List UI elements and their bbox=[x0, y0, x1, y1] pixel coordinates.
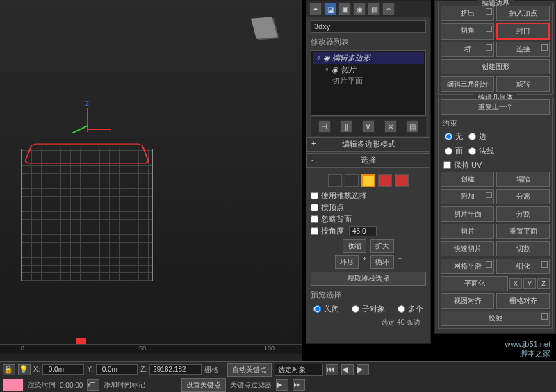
get-stack-button[interactable]: 获取堆栈选择 bbox=[311, 272, 426, 286]
constrain-none-radio[interactable]: 无 bbox=[445, 131, 463, 142]
planar-button[interactable]: 平面化 bbox=[441, 276, 508, 291]
y-coord-field[interactable]: -0.0m bbox=[96, 364, 138, 375]
modifier-toolbar: ⊣ ∥ ∀ ✕ ▤ bbox=[311, 117, 426, 136]
ignore-backface-checkbox[interactable]: 忽略背面 bbox=[311, 213, 426, 225]
utilities-tab-icon[interactable]: ✧ bbox=[382, 3, 395, 15]
use-stack-checkbox[interactable]: 使用堆栈选择 bbox=[311, 190, 426, 202]
attach-button[interactable]: 附加 bbox=[441, 189, 494, 204]
quick-slice-button[interactable]: 快速切片 bbox=[441, 241, 494, 256]
view-align-button[interactable]: 视图对齐 bbox=[441, 293, 494, 309]
modifier-item[interactable]: ♀ ◉ 切片 bbox=[313, 64, 424, 76]
polygon-mode-icon[interactable] bbox=[378, 174, 392, 187]
remove-modifier-icon[interactable]: ✕ bbox=[384, 120, 397, 133]
prev-frame-icon[interactable]: ◀ bbox=[341, 364, 354, 375]
setkey-button[interactable]: 设置关键点 bbox=[181, 378, 226, 392]
selected-object[interactable] bbox=[21, 136, 160, 288]
preserve-uv-checkbox[interactable]: 保持 UV bbox=[441, 158, 550, 172]
rollout-selection[interactable]: 选择 bbox=[306, 153, 430, 168]
reset-plane-button[interactable]: 重置平面 bbox=[496, 224, 550, 239]
collapse-button[interactable]: 塌陷 bbox=[496, 172, 550, 187]
key-icon[interactable]: 💡 bbox=[18, 364, 31, 375]
modifier-item[interactable]: ♀ ◉ 编辑多边形 bbox=[313, 52, 424, 64]
x-coord-field[interactable]: -0.0m bbox=[42, 364, 84, 375]
goto-start-icon[interactable]: ⏮ bbox=[326, 364, 338, 375]
edit-tri-button[interactable]: 编辑三角剖分 bbox=[441, 76, 494, 92]
connect-button[interactable]: 连接 bbox=[496, 42, 550, 57]
insert-vertex-button[interactable]: 插入顶点 bbox=[496, 6, 550, 21]
angle-spinner[interactable]: 45.0 bbox=[349, 226, 377, 236]
relax-button[interactable]: 松弛 bbox=[441, 311, 550, 326]
constrain-face-radio[interactable]: 面 bbox=[445, 145, 463, 157]
preview-label: 预览选择 bbox=[311, 288, 426, 302]
slice-plane-button[interactable]: 切片平面 bbox=[441, 206, 494, 222]
lock-icon[interactable]: 🔒 bbox=[3, 364, 15, 375]
viewport-3d[interactable] bbox=[0, 0, 302, 344]
msmooth-button[interactable]: 网格平滑 bbox=[441, 259, 494, 274]
create-button[interactable]: 创建 bbox=[441, 172, 494, 187]
slice-button[interactable]: 切片 bbox=[441, 224, 494, 239]
grow-button[interactable]: 扩大 bbox=[370, 239, 394, 253]
planar-z-button[interactable]: Z bbox=[537, 278, 550, 289]
split-button[interactable]: 分割 bbox=[496, 206, 550, 222]
repeat-last-button[interactable]: 重复上一个 bbox=[441, 99, 550, 115]
edit-border-section: 编辑边界 挤出 插入顶点 切角 封口 桥 连接 创建图形 编辑三角剖分 旋转 bbox=[438, 3, 553, 95]
cut-button[interactable]: 切割 bbox=[496, 241, 550, 256]
motion-tab-icon[interactable]: ◉ bbox=[353, 3, 366, 15]
edit-commands-panel: 编辑边界 挤出 插入顶点 切角 封口 桥 连接 创建图形 编辑三角剖分 旋转 编… bbox=[434, 0, 556, 334]
display-tab-icon[interactable]: ▤ bbox=[368, 3, 380, 15]
preview-sub-radio[interactable]: 子对象 bbox=[352, 303, 385, 315]
hierarchy-tab-icon[interactable]: ▣ bbox=[338, 3, 351, 15]
z-coord-field[interactable]: 29162.182 bbox=[149, 364, 202, 375]
vertex-mode-icon[interactable] bbox=[328, 174, 342, 187]
rotate-button[interactable]: 旋转 bbox=[496, 76, 550, 92]
z-label: Z: bbox=[140, 366, 147, 373]
goto-end-icon[interactable]: ⏭ bbox=[293, 379, 305, 391]
show-result-icon[interactable]: ∥ bbox=[340, 120, 352, 133]
edge-mode-icon[interactable] bbox=[345, 174, 359, 187]
tag-icon[interactable]: 🏷 bbox=[87, 379, 99, 391]
loop-button[interactable]: 循环 bbox=[370, 255, 394, 269]
planar-y-button[interactable]: Y bbox=[523, 278, 536, 289]
modifier-list-label[interactable]: 修改器列表 bbox=[306, 35, 430, 49]
timeline[interactable]: 0 50 100 bbox=[0, 344, 302, 361]
play-icon[interactable]: ▶ bbox=[357, 364, 369, 375]
make-unique-icon[interactable]: ∀ bbox=[362, 120, 375, 133]
pin-stack-icon[interactable]: ⊣ bbox=[318, 120, 331, 133]
cap-button[interactable]: 封口 bbox=[496, 23, 550, 40]
next-frame-icon[interactable]: ▶ bbox=[276, 379, 288, 391]
planar-x-button[interactable]: X bbox=[509, 278, 522, 289]
constrain-normal-radio[interactable]: 法线 bbox=[468, 145, 494, 157]
modifier-name: 切片 bbox=[341, 65, 356, 74]
watermark-url: www.jb51.net bbox=[505, 340, 550, 348]
extrude-button[interactable]: 挤出 bbox=[441, 6, 494, 21]
detach-button[interactable]: 分离 bbox=[496, 189, 550, 204]
modifier-subitem[interactable]: 切片平面 bbox=[313, 76, 424, 86]
modifier-stack[interactable]: ♀ ◉ 编辑多边形 ♀ ◉ 切片 切片平面 bbox=[311, 50, 426, 116]
add-tag-label[interactable]: 添加时间标记 bbox=[104, 380, 145, 390]
create-shape-button[interactable]: 创建图形 bbox=[441, 59, 550, 74]
rollout-edit-mode[interactable]: 编辑多边形模式 bbox=[306, 137, 430, 152]
by-angle-checkbox[interactable]: 按角度: 45.0 bbox=[311, 225, 426, 237]
ring-button[interactable]: 环形 bbox=[335, 255, 359, 269]
element-mode-icon[interactable] bbox=[395, 174, 409, 187]
tessellate-button[interactable]: 细化 bbox=[496, 259, 550, 274]
autokey-button[interactable]: 自动关键点 bbox=[227, 363, 272, 377]
border-mode-icon[interactable] bbox=[361, 174, 375, 187]
preview-off-radio[interactable]: 关闭 bbox=[313, 303, 339, 315]
modify-tab-icon[interactable]: ◪ bbox=[324, 3, 336, 15]
constrain-edge-radio[interactable]: 边 bbox=[468, 131, 486, 142]
key-mode-dropdown[interactable]: 选定对象 bbox=[275, 364, 323, 376]
create-tab-icon[interactable]: ✦ bbox=[309, 3, 322, 15]
chamfer-button[interactable]: 切角 bbox=[441, 23, 494, 40]
by-vertex-checkbox[interactable]: 按顶点 bbox=[311, 202, 426, 213]
object-name-field[interactable]: 3dxy bbox=[311, 20, 426, 33]
key-filter-label[interactable]: 关键点过滤器 bbox=[230, 380, 272, 390]
x-label: X: bbox=[33, 366, 40, 373]
render-swatch[interactable] bbox=[3, 379, 24, 391]
configure-sets-icon[interactable]: ▤ bbox=[406, 120, 418, 133]
grid-align-button[interactable]: 栅格对齐 bbox=[496, 293, 550, 309]
preview-multi-radio[interactable]: 多个 bbox=[398, 303, 423, 315]
bridge-button[interactable]: 桥 bbox=[441, 42, 494, 57]
shrink-button[interactable]: 收缩 bbox=[343, 239, 366, 253]
viewcube[interactable] bbox=[254, 17, 281, 45]
